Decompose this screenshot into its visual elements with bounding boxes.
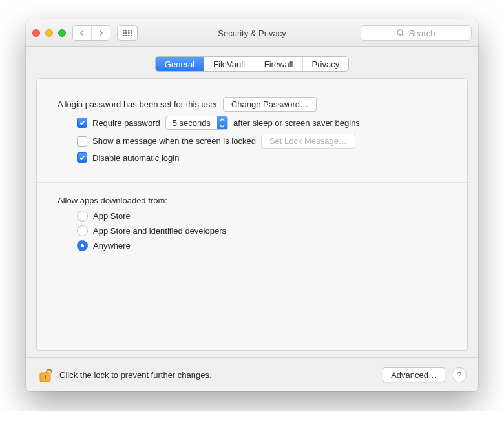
window-controls bbox=[32, 29, 66, 37]
svg-rect-5 bbox=[125, 32, 127, 34]
search-placeholder: Search bbox=[408, 28, 435, 38]
svg-rect-11 bbox=[131, 35, 132, 36]
svg-rect-15 bbox=[45, 375, 46, 379]
content-area: General FileVault Firewall Privacy A log… bbox=[26, 47, 478, 357]
svg-rect-3 bbox=[131, 30, 132, 32]
svg-rect-9 bbox=[125, 35, 127, 36]
svg-rect-0 bbox=[123, 30, 125, 32]
require-password-label-suffix: after sleep or screen saver begins bbox=[233, 118, 360, 128]
general-panel: A login password has been set for this u… bbox=[36, 78, 468, 351]
require-password-delay-select[interactable]: 5 seconds bbox=[165, 116, 228, 130]
allow-apps-radio-app-store[interactable] bbox=[77, 211, 88, 222]
require-password-label-prefix: Require password bbox=[92, 118, 160, 128]
allow-apps-option-label: App Store and identified developers bbox=[93, 226, 226, 236]
search-icon bbox=[397, 29, 404, 37]
show-message-label: Show a message when the screen is locked bbox=[92, 136, 256, 146]
svg-rect-10 bbox=[128, 35, 130, 36]
tab-bar: General FileVault Firewall Privacy bbox=[155, 56, 349, 72]
footer: Click the lock to prevent further change… bbox=[26, 357, 478, 391]
tab-privacy[interactable]: Privacy bbox=[302, 57, 349, 71]
close-window-button[interactable] bbox=[32, 29, 40, 37]
disable-auto-login-label: Disable automatic login bbox=[92, 153, 179, 163]
show-all-button[interactable] bbox=[117, 25, 138, 41]
allow-apps-radio-identified[interactable] bbox=[77, 225, 88, 236]
set-lock-message-button: Set Lock Message… bbox=[261, 134, 355, 149]
preferences-window: Security & Privacy Search General FileVa… bbox=[26, 19, 478, 391]
svg-line-13 bbox=[402, 34, 404, 36]
allow-apps-heading: Allow apps downloaded from: bbox=[58, 196, 446, 205]
minimize-window-button[interactable] bbox=[45, 29, 53, 37]
advanced-button[interactable]: Advanced… bbox=[383, 367, 445, 382]
require-password-checkbox[interactable] bbox=[77, 118, 87, 128]
panel-divider bbox=[37, 182, 467, 183]
nav-back-forward bbox=[72, 25, 110, 41]
allow-apps-option-label: App Store bbox=[93, 211, 131, 221]
titlebar: Security & Privacy Search bbox=[26, 19, 478, 47]
svg-rect-4 bbox=[123, 32, 125, 34]
svg-rect-8 bbox=[123, 35, 125, 36]
svg-rect-2 bbox=[128, 30, 130, 32]
select-stepper-icon bbox=[217, 116, 227, 129]
lock-text: Click the lock to prevent further change… bbox=[59, 370, 212, 380]
forward-button[interactable] bbox=[91, 26, 110, 40]
svg-rect-6 bbox=[128, 32, 130, 34]
tab-firewall[interactable]: Firewall bbox=[255, 57, 302, 71]
back-button[interactable] bbox=[73, 26, 91, 40]
lock-icon[interactable] bbox=[37, 366, 53, 384]
help-button[interactable]: ? bbox=[452, 367, 467, 382]
tab-general[interactable]: General bbox=[156, 57, 204, 71]
svg-point-12 bbox=[397, 30, 403, 35]
zoom-window-button[interactable] bbox=[58, 29, 66, 37]
allow-apps-option-label: Anywhere bbox=[93, 241, 131, 251]
allow-apps-radio-anywhere[interactable] bbox=[77, 240, 88, 251]
search-input[interactable]: Search bbox=[361, 25, 472, 41]
disable-auto-login-checkbox[interactable] bbox=[77, 152, 87, 163]
change-password-button[interactable]: Change Password… bbox=[223, 97, 317, 112]
svg-rect-7 bbox=[131, 32, 132, 34]
login-password-text: A login password has been set for this u… bbox=[58, 99, 218, 109]
show-message-checkbox[interactable] bbox=[77, 136, 87, 147]
svg-rect-1 bbox=[125, 30, 127, 32]
tab-filevault[interactable]: FileVault bbox=[204, 57, 255, 71]
